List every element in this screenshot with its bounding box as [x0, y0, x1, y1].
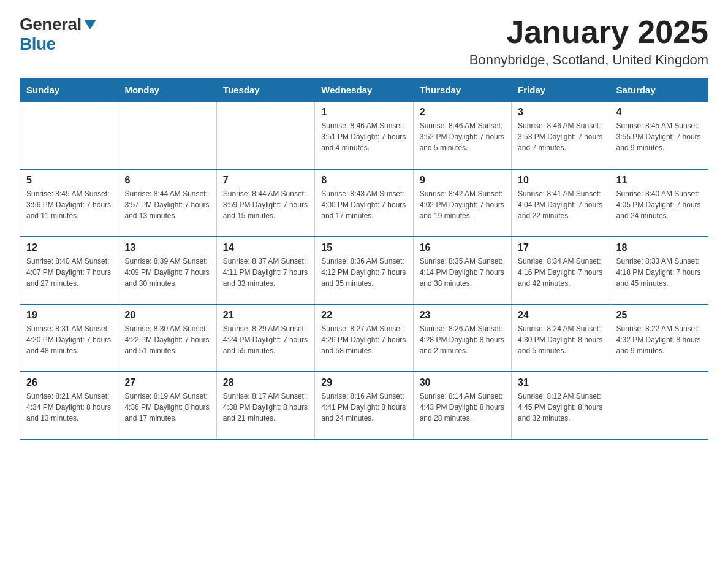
day-number: 28 [223, 377, 308, 388]
calendar-cell: 21Sunrise: 8:29 AM Sunset: 4:24 PM Dayli… [216, 304, 314, 372]
calendar-cell: 7Sunrise: 8:44 AM Sunset: 3:59 PM Daylig… [216, 169, 314, 237]
day-number: 16 [420, 242, 505, 253]
calendar-cell: 9Sunrise: 8:42 AM Sunset: 4:02 PM Daylig… [413, 169, 511, 237]
logo-triangle-icon [84, 20, 96, 29]
day-number: 18 [616, 242, 702, 253]
logo-blue: Blue [20, 34, 56, 53]
calendar-week-row: 1Sunrise: 8:46 AM Sunset: 3:51 PM Daylig… [20, 102, 708, 169]
day-of-week-header: Sunday [20, 79, 118, 102]
calendar-table: SundayMondayTuesdayWednesdayThursdayFrid… [20, 78, 708, 440]
day-of-week-header: Thursday [413, 79, 511, 102]
day-number: 2 [420, 107, 505, 118]
calendar-cell: 30Sunrise: 8:14 AM Sunset: 4:43 PM Dayli… [413, 372, 511, 439]
day-info: Sunrise: 8:46 AM Sunset: 3:53 PM Dayligh… [518, 120, 603, 153]
day-number: 5 [26, 175, 112, 186]
day-number: 7 [223, 175, 308, 186]
day-number: 9 [420, 175, 505, 186]
calendar-cell: 3Sunrise: 8:46 AM Sunset: 3:53 PM Daylig… [512, 102, 610, 169]
day-number: 4 [616, 107, 702, 118]
day-info: Sunrise: 8:26 AM Sunset: 4:28 PM Dayligh… [420, 323, 505, 356]
day-info: Sunrise: 8:30 AM Sunset: 4:22 PM Dayligh… [124, 323, 210, 356]
day-info: Sunrise: 8:24 AM Sunset: 4:30 PM Dayligh… [518, 323, 603, 356]
calendar-cell: 15Sunrise: 8:36 AM Sunset: 4:12 PM Dayli… [315, 237, 413, 304]
calendar-cell: 31Sunrise: 8:12 AM Sunset: 4:45 PM Dayli… [512, 372, 610, 439]
day-info: Sunrise: 8:19 AM Sunset: 4:36 PM Dayligh… [124, 391, 210, 424]
day-info: Sunrise: 8:14 AM Sunset: 4:43 PM Dayligh… [420, 391, 505, 424]
day-info: Sunrise: 8:33 AM Sunset: 4:18 PM Dayligh… [616, 256, 702, 289]
day-number: 21 [223, 310, 308, 321]
day-info: Sunrise: 8:21 AM Sunset: 4:34 PM Dayligh… [26, 391, 112, 424]
day-number: 6 [124, 175, 210, 186]
day-info: Sunrise: 8:40 AM Sunset: 4:07 PM Dayligh… [26, 256, 112, 289]
day-info: Sunrise: 8:45 AM Sunset: 3:56 PM Dayligh… [26, 188, 112, 221]
day-info: Sunrise: 8:42 AM Sunset: 4:02 PM Dayligh… [420, 188, 505, 221]
header: General Blue January 2025 Bonnybridge, S… [20, 15, 708, 68]
logo: General Blue [20, 15, 96, 54]
calendar-cell: 23Sunrise: 8:26 AM Sunset: 4:28 PM Dayli… [413, 304, 511, 372]
day-info: Sunrise: 8:40 AM Sunset: 4:05 PM Dayligh… [616, 188, 702, 221]
day-number: 1 [321, 107, 406, 118]
day-number: 27 [124, 377, 210, 388]
day-number: 25 [616, 310, 702, 321]
calendar-cell: 19Sunrise: 8:31 AM Sunset: 4:20 PM Dayli… [20, 304, 118, 372]
days-header-row: SundayMondayTuesdayWednesdayThursdayFrid… [20, 79, 708, 102]
day-of-week-header: Tuesday [216, 79, 314, 102]
day-info: Sunrise: 8:27 AM Sunset: 4:26 PM Dayligh… [321, 323, 406, 356]
day-info: Sunrise: 8:41 AM Sunset: 4:04 PM Dayligh… [518, 188, 603, 221]
calendar-cell: 22Sunrise: 8:27 AM Sunset: 4:26 PM Dayli… [315, 304, 413, 372]
title-block: January 2025 Bonnybridge, Scotland, Unit… [469, 15, 708, 68]
calendar-cell: 29Sunrise: 8:16 AM Sunset: 4:41 PM Dayli… [315, 372, 413, 439]
calendar-cell: 25Sunrise: 8:22 AM Sunset: 4:32 PM Dayli… [610, 304, 708, 372]
calendar-cell: 14Sunrise: 8:37 AM Sunset: 4:11 PM Dayli… [216, 237, 314, 304]
calendar-cell: 4Sunrise: 8:45 AM Sunset: 3:55 PM Daylig… [610, 102, 708, 169]
day-number: 22 [321, 310, 406, 321]
calendar-header: SundayMondayTuesdayWednesdayThursdayFrid… [20, 79, 708, 102]
calendar-cell [118, 102, 216, 169]
day-number: 19 [26, 310, 112, 321]
day-info: Sunrise: 8:45 AM Sunset: 3:55 PM Dayligh… [616, 120, 702, 153]
day-info: Sunrise: 8:31 AM Sunset: 4:20 PM Dayligh… [26, 323, 112, 356]
day-number: 29 [321, 377, 406, 388]
calendar-cell: 6Sunrise: 8:44 AM Sunset: 3:57 PM Daylig… [118, 169, 216, 237]
day-number: 24 [518, 310, 603, 321]
calendar-cell: 2Sunrise: 8:46 AM Sunset: 3:52 PM Daylig… [413, 102, 511, 169]
day-number: 17 [518, 242, 603, 253]
day-of-week-header: Wednesday [315, 79, 413, 102]
logo-general: General [20, 15, 82, 34]
calendar-week-row: 19Sunrise: 8:31 AM Sunset: 4:20 PM Dayli… [20, 304, 708, 372]
day-number: 14 [223, 242, 308, 253]
calendar-cell: 8Sunrise: 8:43 AM Sunset: 4:00 PM Daylig… [315, 169, 413, 237]
calendar-body: 1Sunrise: 8:46 AM Sunset: 3:51 PM Daylig… [20, 102, 708, 439]
day-info: Sunrise: 8:46 AM Sunset: 3:52 PM Dayligh… [420, 120, 505, 153]
day-info: Sunrise: 8:29 AM Sunset: 4:24 PM Dayligh… [223, 323, 308, 356]
calendar-cell: 18Sunrise: 8:33 AM Sunset: 4:18 PM Dayli… [610, 237, 708, 304]
calendar-cell: 1Sunrise: 8:46 AM Sunset: 3:51 PM Daylig… [315, 102, 413, 169]
calendar-cell: 24Sunrise: 8:24 AM Sunset: 4:30 PM Dayli… [512, 304, 610, 372]
day-number: 3 [518, 107, 603, 118]
calendar-cell: 27Sunrise: 8:19 AM Sunset: 4:36 PM Dayli… [118, 372, 216, 439]
calendar-week-row: 5Sunrise: 8:45 AM Sunset: 3:56 PM Daylig… [20, 169, 708, 237]
calendar-cell [216, 102, 314, 169]
calendar-cell: 16Sunrise: 8:35 AM Sunset: 4:14 PM Dayli… [413, 237, 511, 304]
calendar-cell: 13Sunrise: 8:39 AM Sunset: 4:09 PM Dayli… [118, 237, 216, 304]
day-of-week-header: Monday [118, 79, 216, 102]
day-info: Sunrise: 8:12 AM Sunset: 4:45 PM Dayligh… [518, 391, 603, 424]
day-number: 23 [420, 310, 505, 321]
calendar-cell: 17Sunrise: 8:34 AM Sunset: 4:16 PM Dayli… [512, 237, 610, 304]
day-number: 20 [124, 310, 210, 321]
day-info: Sunrise: 8:36 AM Sunset: 4:12 PM Dayligh… [321, 256, 406, 289]
calendar-cell: 11Sunrise: 8:40 AM Sunset: 4:05 PM Dayli… [610, 169, 708, 237]
calendar-cell [20, 102, 118, 169]
day-info: Sunrise: 8:22 AM Sunset: 4:32 PM Dayligh… [616, 323, 702, 356]
day-number: 13 [124, 242, 210, 253]
calendar-subtitle: Bonnybridge, Scotland, United Kingdom [469, 52, 708, 68]
calendar-cell: 5Sunrise: 8:45 AM Sunset: 3:56 PM Daylig… [20, 169, 118, 237]
day-number: 26 [26, 377, 112, 388]
calendar-title: January 2025 [469, 15, 708, 50]
calendar-cell: 20Sunrise: 8:30 AM Sunset: 4:22 PM Dayli… [118, 304, 216, 372]
day-number: 11 [616, 175, 702, 186]
day-number: 8 [321, 175, 406, 186]
day-number: 12 [26, 242, 112, 253]
calendar-cell: 12Sunrise: 8:40 AM Sunset: 4:07 PM Dayli… [20, 237, 118, 304]
calendar-week-row: 26Sunrise: 8:21 AM Sunset: 4:34 PM Dayli… [20, 372, 708, 439]
